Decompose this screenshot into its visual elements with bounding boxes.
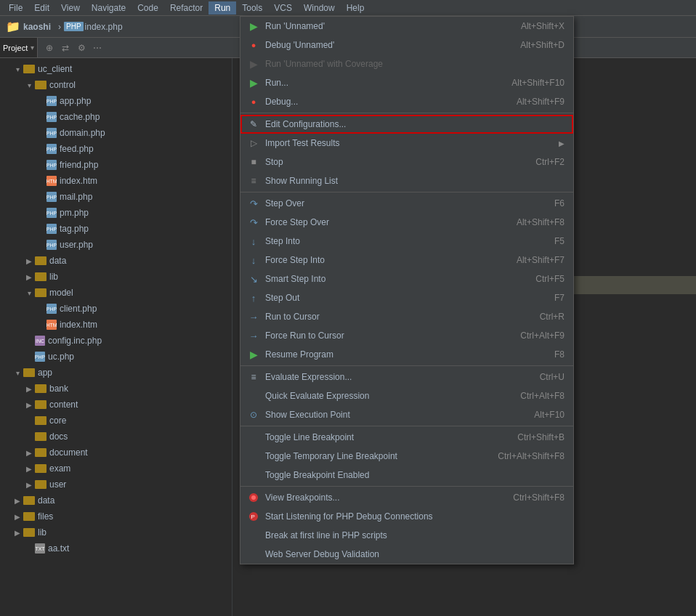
resume-shortcut: F8 xyxy=(554,349,565,360)
menu-run-ellipsis[interactable]: ▶ Run... Alt+Shift+F10 xyxy=(240,73,573,92)
menu-vcs[interactable]: VCS xyxy=(268,1,298,15)
menu-quick-evaluate[interactable]: Quick Evaluate Expression Ctrl+Alt+F8 xyxy=(240,386,573,405)
menu-view-breakpoints[interactable]: View Breakpoints... Ctrl+Shift+F8 xyxy=(240,488,573,507)
toggle-temp-bp-shortcut: Ctrl+Alt+Shift+F8 xyxy=(498,451,565,461)
svg-text:P: P xyxy=(251,514,255,520)
menu-toggle-line-bp[interactable]: Toggle Line Breakpoint Ctrl+Shift+B xyxy=(240,428,573,447)
menu-debug-unnamed[interactable]: ● Debug 'Unnamed' Alt+Shift+D xyxy=(240,36,573,54)
menu-web-server-debug[interactable]: Web Server Debug Validation xyxy=(240,545,573,564)
tree-item-tag-php[interactable]: PHP tag.php xyxy=(0,221,232,237)
tree-item-uc_client[interactable]: ▾ uc_client xyxy=(0,61,232,77)
step-out-label: Step Out xyxy=(265,293,540,303)
menu-toggle-temp-bp[interactable]: Toggle Temporary Line Breakpoint Ctrl+Al… xyxy=(240,447,573,466)
menu-force-step-over[interactable]: ↷ Force Step Over Alt+Shift+F8 xyxy=(240,213,573,232)
tree-item-index-htm-1[interactable]: HTM index.htm xyxy=(0,173,232,189)
tree-item-friend-php[interactable]: PHP friend.php xyxy=(0,157,232,173)
tree-item-files-root[interactable]: ▶ files xyxy=(0,508,232,524)
tree-item-mail-php[interactable]: PHP mail.php xyxy=(0,189,232,205)
menu-start-listening[interactable]: P Start Listening for PHP Debug Connecti… xyxy=(240,507,573,526)
tree-item-feed-php[interactable]: PHP feed.php xyxy=(0,141,232,157)
import-test-icon: ▷ xyxy=(246,138,261,148)
tree-item-cache-php[interactable]: PHP cache.php xyxy=(0,109,232,125)
tree-item-user-php[interactable]: PHP user.php xyxy=(0,237,232,253)
menu-run-unnamed[interactable]: ▶ Run 'Unnamed' Alt+Shift+X xyxy=(240,17,573,36)
menu-show-running[interactable]: ≡ Show Running List xyxy=(240,171,573,190)
menu-tools[interactable]: Tools xyxy=(236,1,268,15)
tree-item-data-root[interactable]: ▶ data xyxy=(0,493,232,508)
quick-evaluate-label: Quick Evaluate Expression xyxy=(265,391,506,401)
smart-step-into-icon: ↘ xyxy=(246,274,261,285)
show-exec-shortcut: Alt+F10 xyxy=(534,410,565,420)
menu-file[interactable]: File xyxy=(3,1,28,15)
tree-item-domain-php[interactable]: PHP domain.php xyxy=(0,125,232,141)
tab-filename[interactable]: index.php xyxy=(85,22,123,32)
evaluate-label: Evaluate Expression... xyxy=(265,372,525,382)
menu-evaluate[interactable]: ≡ Evaluate Expression... Ctrl+U xyxy=(240,368,573,386)
menu-run[interactable]: Run xyxy=(209,1,236,15)
web-server-debug-label: Web Server Debug Validation xyxy=(265,549,565,559)
tree-item-control[interactable]: ▾ control xyxy=(0,77,232,93)
force-step-over-shortcut: Alt+Shift+F8 xyxy=(517,217,565,227)
menu-resume[interactable]: ▶ Resume Program F8 xyxy=(240,345,573,364)
tree-item-index-htm-2[interactable]: HTM index.htm xyxy=(0,317,232,333)
tree-item-uc-php[interactable]: PHP uc.php xyxy=(0,349,232,365)
tree-item-app[interactable]: ▾ app xyxy=(0,365,232,381)
tree-item-docs[interactable]: docs xyxy=(0,429,232,445)
toggle-line-bp-label: Toggle Line Breakpoint xyxy=(265,432,503,442)
run-dropdown-menu: ▶ Run 'Unnamed' Alt+Shift+X ● Debug 'Unn… xyxy=(240,16,574,564)
menu-smart-step-into[interactable]: ↘ Smart Step Into Ctrl+F5 xyxy=(240,270,573,288)
menu-help[interactable]: Help xyxy=(341,1,371,15)
tree-item-core[interactable]: core xyxy=(0,413,232,429)
diff-icon[interactable]: ⇄ xyxy=(60,42,71,54)
view-breakpoints-icon xyxy=(246,493,261,503)
menu-edit[interactable]: Edit xyxy=(28,1,55,15)
menu-edit-config[interactable]: ✎ Edit Configurations... xyxy=(240,115,573,134)
menu-import-test[interactable]: ▷ Import Test Results ▶ xyxy=(240,134,573,153)
more-icon[interactable]: ⋯ xyxy=(92,42,103,54)
tree-item-aa-txt[interactable]: TXT aa.txt xyxy=(0,540,232,556)
menu-view[interactable]: View xyxy=(55,1,86,15)
menu-show-exec-point[interactable]: ⊙ Show Execution Point Alt+F10 xyxy=(240,405,573,424)
menu-stop[interactable]: ■ Stop Ctrl+F2 xyxy=(240,153,573,171)
tree-item-pm-php[interactable]: PHP pm.php xyxy=(0,205,232,221)
separator-3 xyxy=(240,365,573,366)
menu-step-out[interactable]: ↑ Step Out F7 xyxy=(240,288,573,307)
force-step-over-icon: ↷ xyxy=(246,217,261,228)
tree-item-exam[interactable]: ▶ exam xyxy=(0,461,232,477)
run-unnamed-icon: ▶ xyxy=(246,20,261,32)
menu-refactor[interactable]: Refactor xyxy=(164,1,209,15)
tree-item-app-php[interactable]: PHP app.php xyxy=(0,93,232,109)
menu-debug-ellipsis[interactable]: ● Debug... Alt+Shift+F9 xyxy=(240,92,573,111)
smart-step-into-shortcut: Ctrl+F5 xyxy=(535,274,565,284)
tree-item-client-php[interactable]: PHP client.php xyxy=(0,301,232,317)
menu-code[interactable]: Code xyxy=(131,1,164,15)
tree-item-document[interactable]: ▶ document xyxy=(0,445,232,461)
run-ellipsis-icon: ▶ xyxy=(246,77,261,89)
tree-item-bank[interactable]: ▶ bank xyxy=(0,381,232,397)
menu-run-coverage[interactable]: ▶ Run 'Unnamed' with Coverage xyxy=(240,54,573,73)
tree-item-model[interactable]: ▾ model xyxy=(0,285,232,301)
menu-force-run-cursor[interactable]: → Force Run to Cursor Ctrl+Alt+F9 xyxy=(240,326,573,345)
tree-item-lib-root[interactable]: ▶ lib xyxy=(0,524,232,540)
separator-5 xyxy=(240,486,573,487)
sync-icon[interactable]: ⊕ xyxy=(44,42,55,54)
tree-item-lib-1[interactable]: ▶ lib xyxy=(0,269,232,285)
menu-window[interactable]: Window xyxy=(298,1,341,15)
menu-step-into[interactable]: ↓ Step Into F5 xyxy=(240,232,573,251)
tree-item-user[interactable]: ▶ user xyxy=(0,477,232,493)
menu-step-over[interactable]: ↷ Step Over F6 xyxy=(240,194,573,213)
menu-toggle-bp-enabled[interactable]: Toggle Breakpoint Enabled xyxy=(240,466,573,485)
tree-item-content[interactable]: ▶ content xyxy=(0,397,232,413)
project-tab[interactable]: Project ▾ xyxy=(0,38,38,57)
menu-break-first-line[interactable]: Break at first line in PHP scripts xyxy=(240,526,573,545)
menu-run-to-cursor[interactable]: → Run to Cursor Ctrl+R xyxy=(240,307,573,326)
menu-force-step-into[interactable]: ↓ Force Step Into Alt+Shift+F7 xyxy=(240,251,573,270)
tree-item-data-1[interactable]: ▶ data xyxy=(0,253,232,269)
tree-item-config-inc[interactable]: INC config.inc.php xyxy=(0,333,232,349)
debug-unnamed-shortcut: Alt+Shift+D xyxy=(520,40,565,50)
show-running-icon: ≡ xyxy=(246,176,261,186)
settings-icon[interactable]: ⚙ xyxy=(76,42,87,54)
quick-evaluate-shortcut: Ctrl+Alt+F8 xyxy=(520,391,565,401)
menu-navigate[interactable]: Navigate xyxy=(86,1,131,15)
smart-step-into-label: Smart Step Into xyxy=(265,274,521,284)
